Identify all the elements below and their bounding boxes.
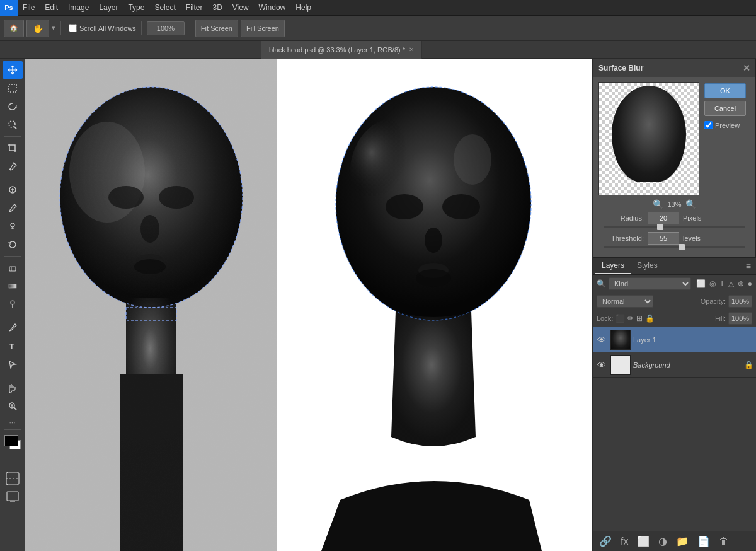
threshold-row: Threshold: levels [598,232,750,245]
screen-mode-btn[interactable] [5,489,20,506]
pixel-filter-icon[interactable]: ⬜ [696,279,706,288]
cancel-button[interactable]: Cancel [704,101,746,116]
tool-eyedropper[interactable] [3,158,23,175]
filter-toggle[interactable]: ● [748,279,752,288]
menu-edit[interactable]: Edit [40,0,63,16]
fill-screen-button[interactable]: Fill Screen [241,20,285,37]
lock-all-icon[interactable]: 🔒 [645,314,655,323]
radius-unit: Pixels [683,214,701,222]
zoom-out-icon[interactable]: 🔍 [653,199,663,209]
zoom-input[interactable] [147,21,185,35]
ps-logo: Ps [0,0,18,16]
tools-sep-5 [4,376,21,376]
svg-line-15 [14,407,16,410]
tab-layers[interactable]: Layers [595,258,631,274]
layers-blend-row: Normal Opacity: [593,293,756,310]
blend-mode-select[interactable]: Normal [597,295,653,308]
delete-layer-button[interactable]: 🗑 [716,535,731,548]
menu-3d[interactable]: 3D [207,0,227,16]
layers-kind-select[interactable]: Kind [609,277,691,290]
menu-layer[interactable]: Layer [94,0,123,16]
tool-lasso[interactable] [3,98,23,115]
menu-file[interactable]: File [18,0,40,16]
lock-pixels-icon[interactable]: ⬛ [616,314,625,323]
tools-sep-4 [4,316,21,316]
ok-button[interactable]: OK [704,83,746,98]
doc-tab-close[interactable]: ✕ [409,46,414,53]
lock-artboard-icon[interactable]: ⊞ [636,314,643,323]
tool-move[interactable] [3,61,23,79]
menu-help[interactable]: Help [290,0,316,16]
threshold-input[interactable] [648,232,679,245]
add-adjustment-button[interactable]: ◑ [656,534,670,548]
zoom-value: 13% [667,200,681,208]
fit-screen-button[interactable]: Fit Screen [195,20,238,37]
menu-select[interactable]: Select [149,0,180,16]
color-swatches[interactable] [3,435,22,453]
tool-spot-heal[interactable] [3,181,23,199]
threshold-slider-row [604,246,745,248]
scroll-all-windows-input[interactable] [69,24,77,32]
tool-quick-select[interactable] [3,116,23,134]
tool-path-select[interactable] [3,356,23,373]
shape-filter-icon[interactable]: △ [728,279,734,288]
link-layers-button[interactable]: 🔗 [597,534,614,548]
zoom-in-icon[interactable]: 🔍 [685,199,696,209]
tool-pen[interactable] [3,319,23,337]
scroll-all-windows-check[interactable]: Scroll All Windows [69,24,136,32]
svg-point-43 [416,269,451,287]
tab-styles[interactable]: Styles [631,258,664,274]
tool-type[interactable]: T [3,337,23,355]
lock-position-icon[interactable]: ✏ [627,314,634,323]
background-visibility-icon[interactable]: 👁 [595,359,608,371]
tool-zoom[interactable] [3,397,23,415]
home-button[interactable]: 🏠 [4,20,24,37]
smart-filter-icon[interactable]: ⊕ [738,279,744,288]
radius-input[interactable] [648,212,679,224]
menu-image[interactable]: Image [63,0,94,16]
surface-blur-close-icon[interactable]: ✕ [743,63,750,73]
surface-blur-content: OK Cancel Preview 🔍 13% 🔍 [593,77,755,257]
new-group-button[interactable]: 📁 [673,534,691,548]
menu-window[interactable]: Window [254,0,291,16]
fill-input[interactable] [728,312,752,325]
svg-rect-32 [25,59,277,551]
threshold-slider[interactable] [604,246,745,248]
tool-history-brush[interactable] [3,236,23,253]
background-lock-icon: 🔒 [744,361,753,369]
menu-type[interactable]: Type [123,0,149,16]
surface-blur-preview-area: OK Cancel Preview [598,82,750,195]
toolbar-separator2 [141,21,142,35]
threshold-label: Threshold: [598,235,644,242]
menu-filter[interactable]: Filter [181,0,208,16]
fg-color-swatch[interactable] [4,435,18,446]
tool-eraser[interactable] [3,259,23,277]
tool-dodge[interactable] [3,296,23,313]
radius-slider-thumb[interactable] [657,224,663,230]
layers-menu-button[interactable]: ≡ [743,258,753,274]
preview-checkbox[interactable] [704,121,713,129]
tool-hand[interactable] [3,379,23,397]
adjustment-filter-icon[interactable]: ◎ [709,279,716,288]
tool-brush[interactable] [3,199,23,217]
add-mask-button[interactable]: ⬜ [634,534,652,548]
more-tools-dots[interactable]: ··· [9,418,15,427]
tool-clone-stamp[interactable] [3,218,23,235]
surface-blur-preview-image[interactable] [598,82,699,195]
document-tab[interactable]: black head.psd @ 33.3% (Layer 1, RGB/8) … [261,41,422,59]
menu-view[interactable]: View [227,0,254,16]
hand-tool-button[interactable]: ✋ [26,20,49,37]
new-layer-button[interactable]: 📄 [695,534,713,548]
layer1-visibility-icon[interactable]: 👁 [595,334,608,346]
tool-marquee-rect[interactable] [3,79,23,97]
layer-row-layer1[interactable]: 👁 Layer 1 [593,327,756,352]
tool-crop[interactable] [3,139,23,157]
quick-mask-btn[interactable] [5,471,20,487]
layer-row-background[interactable]: 👁 Background 🔒 [593,352,756,378]
radius-slider[interactable] [604,226,745,228]
opacity-input[interactable] [728,295,752,308]
add-effect-button[interactable]: fx [618,535,631,548]
threshold-slider-thumb[interactable] [679,244,685,250]
tool-gradient[interactable] [3,277,23,295]
type-filter-icon[interactable]: T [719,279,724,288]
